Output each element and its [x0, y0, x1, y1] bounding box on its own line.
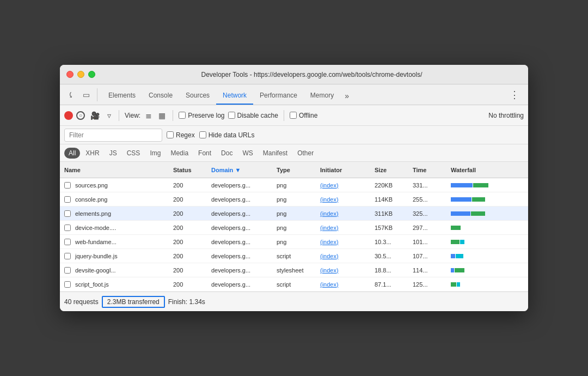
devtools-icons: ⤹ ▭	[64, 88, 97, 101]
td-size: 30.5...	[375, 253, 413, 259]
table-row[interactable]: elements.png 200 developers.g... png (in…	[60, 207, 528, 221]
view-list-icon[interactable]: ≣	[144, 110, 154, 121]
row-checkbox[interactable]	[64, 182, 71, 189]
th-initiator[interactable]: Initiator	[320, 167, 375, 173]
tab-console[interactable]: Console	[142, 87, 179, 105]
offline-label[interactable]: Offline	[290, 112, 317, 119]
table-row[interactable]: script_foot.js 200 developers.g... scrip…	[60, 277, 528, 292]
more-tabs-button[interactable]: »	[340, 87, 353, 105]
td-waterfall	[451, 252, 524, 260]
maximize-button[interactable]	[88, 71, 95, 78]
type-all[interactable]: All	[64, 148, 80, 159]
devtools-menu-icon[interactable]: ⋮	[505, 89, 524, 101]
camera-icon[interactable]: 🎥	[88, 110, 102, 121]
td-type: png	[277, 196, 320, 203]
offline-checkbox[interactable]	[290, 112, 297, 119]
record-button[interactable]	[64, 111, 73, 120]
td-initiator[interactable]: (index)	[320, 182, 375, 189]
td-initiator[interactable]: (index)	[320, 267, 375, 274]
type-ws[interactable]: WS	[238, 148, 257, 159]
td-initiator[interactable]: (index)	[320, 196, 375, 203]
th-size[interactable]: Size	[375, 167, 413, 173]
row-checkbox[interactable]	[64, 210, 71, 217]
td-time: 297...	[413, 225, 451, 231]
td-waterfall	[451, 223, 524, 232]
type-css[interactable]: CSS	[122, 148, 145, 159]
type-manifest[interactable]: Manifest	[259, 148, 292, 159]
table-row[interactable]: sources.png 200 developers.g... png (ind…	[60, 178, 528, 192]
inspect-icon[interactable]: ⤹	[64, 88, 77, 101]
td-initiator[interactable]: (index)	[320, 239, 375, 245]
tab-elements[interactable]: Elements	[102, 87, 142, 105]
td-initiator[interactable]: (index)	[320, 210, 375, 217]
view-group-icon[interactable]: ▦	[157, 110, 167, 121]
throttle-selector[interactable]: No throttling	[488, 112, 524, 119]
type-media[interactable]: Media	[166, 148, 193, 159]
table-row[interactable]: jquery-bundle.js 200 developers.g... scr…	[60, 249, 528, 263]
window-title: Developer Tools - https://developers.goo…	[102, 71, 522, 78]
regex-checkbox[interactable]	[167, 131, 174, 138]
td-time: 331...	[413, 182, 451, 189]
td-name: devsite-googl...	[64, 267, 173, 274]
td-time: 325...	[413, 210, 451, 217]
th-type[interactable]: Type	[277, 167, 320, 173]
td-domain: developers.g...	[211, 182, 277, 189]
type-img[interactable]: Img	[145, 148, 165, 159]
type-xhr[interactable]: XHR	[81, 148, 103, 159]
th-waterfall[interactable]: Waterfall	[451, 167, 524, 173]
tab-sources[interactable]: Sources	[179, 87, 216, 105]
filter-input[interactable]	[64, 129, 162, 142]
tabs-bar: ⤹ ▭ Elements Console Sources Network Per…	[60, 84, 528, 105]
row-checkbox[interactable]	[64, 239, 71, 245]
minimize-button[interactable]	[77, 71, 84, 78]
tab-network[interactable]: Network	[216, 87, 253, 105]
row-checkbox[interactable]	[64, 281, 71, 288]
view-label: View:	[125, 112, 140, 119]
tab-memory[interactable]: Memory	[304, 87, 340, 105]
regex-label[interactable]: Regex	[167, 131, 195, 139]
row-checkbox[interactable]	[64, 225, 71, 231]
td-size: 10.3...	[375, 239, 413, 245]
row-checkbox[interactable]	[64, 267, 71, 274]
th-time[interactable]: Time	[413, 167, 451, 173]
status-bar: 40 requests 2.3MB transferred Finish: 1.…	[60, 292, 528, 311]
table-row[interactable]: devsite-googl... 200 developers.g... sty…	[60, 263, 528, 277]
preserve-log-label[interactable]: Preserve log	[179, 112, 224, 119]
tab-performance[interactable]: Performance	[253, 87, 304, 105]
td-type: script	[277, 281, 320, 288]
hide-data-urls-label[interactable]: Hide data URLs	[199, 131, 255, 139]
td-status: 200	[173, 225, 211, 231]
td-initiator[interactable]: (index)	[320, 253, 375, 259]
td-type: png	[277, 210, 320, 217]
td-name: jquery-bundle.js	[64, 253, 173, 259]
hide-data-urls-checkbox[interactable]	[199, 131, 206, 138]
disable-cache-label[interactable]: Disable cache	[228, 112, 278, 119]
device-mode-icon[interactable]: ▭	[79, 88, 93, 101]
table-row[interactable]: web-fundame... 200 developers.g... png (…	[60, 235, 528, 249]
td-type: png	[277, 182, 320, 189]
type-other[interactable]: Other	[293, 148, 318, 159]
type-doc[interactable]: Doc	[217, 148, 237, 159]
close-button[interactable]	[66, 71, 74, 78]
type-font[interactable]: Font	[194, 148, 216, 159]
table-row[interactable]: console.png 200 developers.g... png (ind…	[60, 192, 528, 207]
filter-icon[interactable]: ▿	[105, 110, 113, 121]
td-time: 255...	[413, 196, 451, 203]
row-checkbox[interactable]	[64, 196, 71, 203]
type-js[interactable]: JS	[105, 148, 121, 159]
td-domain: developers.g...	[211, 253, 277, 259]
td-size: 157KB	[375, 225, 413, 231]
table-row[interactable]: device-mode.... 200 developers.g... png …	[60, 221, 528, 235]
th-status[interactable]: Status	[173, 167, 211, 173]
table-header: Name Status Domain ▼ Type Initiator Size…	[60, 162, 528, 178]
td-initiator[interactable]: (index)	[320, 281, 375, 288]
td-initiator[interactable]: (index)	[320, 225, 375, 231]
disable-cache-checkbox[interactable]	[228, 112, 235, 119]
clear-button[interactable]: ○	[76, 111, 85, 120]
row-checkbox[interactable]	[64, 253, 71, 259]
td-type: png	[277, 225, 320, 231]
th-name[interactable]: Name	[64, 167, 173, 173]
th-domain[interactable]: Domain ▼	[211, 167, 277, 173]
preserve-log-checkbox[interactable]	[179, 112, 186, 119]
td-waterfall	[451, 195, 524, 204]
